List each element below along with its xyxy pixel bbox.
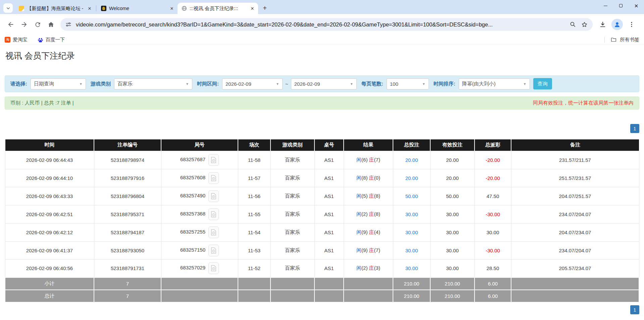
player-result: 闲: [356, 211, 361, 217]
forward-button[interactable]: [17, 18, 31, 31]
video-replay-button[interactable]: [208, 154, 219, 166]
cell-total-bet: 30.00: [393, 205, 430, 223]
cell-session: 11-54: [238, 223, 270, 241]
game-kind-select[interactable]: 百家乐 ▼: [114, 78, 192, 89]
tab-welcome[interactable]: Welcome ✕: [97, 3, 178, 14]
taobao-icon: 淘: [5, 37, 10, 43]
browser-menu-button[interactable]: [625, 18, 638, 31]
download-icon: [599, 21, 606, 28]
player-score: (8): [361, 175, 367, 181]
new-tab-button[interactable]: +: [260, 3, 269, 13]
banker-result: 庄: [369, 265, 374, 271]
cell-game: 百家乐: [270, 259, 314, 277]
info-bar: 币别 : 人民币 | 总共 :7 注单 | 同局有效投注，统一计算在该局第一张注…: [5, 97, 639, 110]
back-button[interactable]: [4, 18, 17, 31]
round-id-text: 683257368: [180, 211, 205, 216]
bookmark-taobao[interactable]: 淘 爱淘宝: [5, 37, 28, 43]
close-icon[interactable]: ✕: [249, 5, 255, 11]
cell-table-no: AS1: [314, 169, 344, 187]
close-icon[interactable]: ✕: [87, 5, 93, 11]
subtotal-label: 小计: [5, 277, 94, 290]
total-valid-bet: 210.00: [430, 290, 475, 302]
player-score: (9): [361, 229, 367, 235]
search-button[interactable]: 查询: [533, 78, 552, 89]
subtotal-valid-bet: 210.00: [430, 277, 475, 290]
cell-time: 2026-02-09 06:42:12: [5, 223, 94, 241]
chevron-down-icon: ▼: [350, 82, 353, 86]
all-bookmarks[interactable]: 所有书签: [604, 37, 639, 43]
total-row: 总计 7 210.00 210.00 6.00: [5, 290, 639, 302]
subtotal-empty-cell: [511, 277, 639, 290]
cell-total-bet: 50.00: [393, 187, 430, 205]
chevron-down-icon: [6, 6, 10, 10]
tab-bet-record-active[interactable]: :::视讯 会员下注纪录::: ✕: [178, 3, 258, 14]
video-replay-button[interactable]: [208, 172, 219, 184]
total-empty-cell: [161, 290, 238, 302]
total-bet-link[interactable]: 30.00: [405, 265, 418, 271]
bookmark-star-button[interactable]: [581, 21, 588, 28]
url-text[interactable]: videoie.com/game/betrecord_search/kind3?…: [76, 21, 565, 28]
cell-result: 闲(6) 庄(7): [344, 151, 393, 169]
query-type-select[interactable]: 日期查询 ▼: [31, 78, 86, 89]
video-replay-icon: [211, 229, 216, 236]
cell-round-id: 683257608: [161, 169, 238, 187]
player-score: (2): [361, 265, 367, 271]
banker-result: 庄: [369, 157, 374, 163]
home-button[interactable]: [44, 18, 58, 31]
cell-bet-id: 523188795371: [94, 205, 161, 223]
date-start-select[interactable]: 2026-02-09 ▼: [222, 78, 283, 89]
page-1-button[interactable]: 1: [630, 124, 639, 133]
bookmark-baidu[interactable]: 百度一下: [38, 37, 65, 43]
welcome-favicon-icon: [101, 6, 106, 11]
cell-table-no: AS1: [314, 223, 344, 241]
downloads-button[interactable]: [596, 18, 609, 31]
video-replay-button[interactable]: [208, 208, 219, 220]
baidu-paw-icon: [38, 37, 43, 43]
banker-score: (8): [374, 211, 380, 217]
maximize-button[interactable]: [613, 0, 629, 11]
cell-game: 百家乐: [270, 169, 314, 187]
subtotal-row: 小计 7 210.00 210.00 6.00: [5, 277, 639, 290]
total-bet-link[interactable]: 50.00: [405, 193, 418, 199]
cell-remark: 234.07/204.07: [511, 241, 639, 259]
cell-table-no: AS1: [314, 151, 344, 169]
url-bar[interactable]: videoie.com/game/betrecord_search/kind3?…: [60, 18, 593, 31]
total-bet-link[interactable]: 30.00: [405, 230, 418, 235]
cell-result: 闲(8) 庄(0): [344, 169, 393, 187]
banker-score: (4): [374, 229, 380, 235]
divider: [604, 37, 605, 43]
tab-search-button[interactable]: [3, 3, 13, 13]
video-replay-button[interactable]: [208, 190, 219, 202]
video-replay-button[interactable]: [208, 262, 219, 274]
cell-total-bet: 20.00: [393, 169, 430, 187]
total-bet-link[interactable]: 30.00: [405, 211, 418, 217]
total-bet-link[interactable]: 30.00: [405, 248, 418, 253]
cell-round-id: 683257029: [161, 259, 238, 277]
close-icon[interactable]: ✕: [169, 5, 175, 11]
cell-result: 闲(2) 庄(8): [344, 205, 393, 223]
round-id-text: 683257687: [180, 156, 205, 162]
close-window-button[interactable]: ✕: [629, 0, 644, 11]
subtotal-empty-cell: [314, 277, 344, 290]
video-replay-button[interactable]: [208, 245, 219, 256]
total-bet-link[interactable]: 20.00: [405, 157, 418, 163]
date-end-select[interactable]: 2026-02-09 ▼: [291, 78, 357, 89]
subtotal-empty-cell: [161, 277, 238, 290]
total-bet-link[interactable]: 20.00: [405, 175, 418, 181]
video-replay-button[interactable]: [208, 227, 219, 238]
banker-result: 庄: [369, 229, 374, 235]
profile-avatar[interactable]: [611, 19, 623, 30]
cell-round-id: 683257368: [161, 205, 238, 223]
total-payout: 6.00: [475, 290, 511, 302]
tab-forum[interactable]: 【新提醒】海燕策略论坛 - 综合 ✕: [15, 3, 95, 14]
sort-select[interactable]: 降幂(由大到小) ▼: [459, 78, 530, 89]
cell-payout: -30.00: [475, 241, 511, 259]
page-size-select[interactable]: 100 ▼: [387, 78, 429, 89]
reload-button[interactable]: [31, 18, 44, 31]
zoom-button[interactable]: [569, 21, 576, 28]
page-1-button[interactable]: 1: [630, 305, 639, 314]
round-id-text: 683257029: [180, 265, 205, 271]
site-settings-icon[interactable]: [65, 21, 72, 28]
minimize-button[interactable]: [598, 0, 613, 11]
round-id-text: 683257255: [180, 229, 205, 235]
